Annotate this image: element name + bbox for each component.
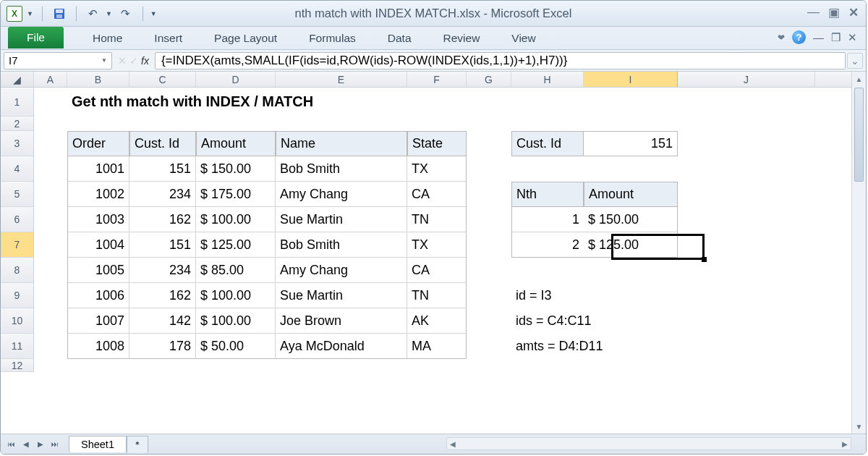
tab-view[interactable]: View <box>495 28 551 49</box>
table-cell[interactable]: 162 <box>129 207 196 232</box>
lookup-n[interactable]: 1 <box>511 207 584 232</box>
col-header[interactable]: E <box>276 72 407 87</box>
table-cell[interactable]: Bob Smith <box>276 232 407 258</box>
workbook-minimize-button[interactable]: ― <box>813 31 824 43</box>
tab-insert[interactable]: Insert <box>138 28 198 49</box>
table-header[interactable]: Amount <box>196 131 276 156</box>
col-header[interactable]: A <box>34 72 67 87</box>
table-cell[interactable]: Sue Martin <box>276 283 407 308</box>
table-cell[interactable]: Amy Chang <box>276 182 407 207</box>
horizontal-scrollbar[interactable]: ◀ ▶ <box>446 437 851 450</box>
undo-caret-icon[interactable]: ▼ <box>106 10 112 17</box>
table-cell[interactable]: Joe Brown <box>276 308 407 334</box>
tab-review[interactable]: Review <box>427 28 496 49</box>
table-cell[interactable]: MA <box>407 334 467 359</box>
table-cell[interactable]: 151 <box>129 156 196 182</box>
table-cell[interactable]: CA <box>407 182 467 207</box>
scroll-up-button[interactable]: ▲ <box>852 72 866 86</box>
table-cell[interactable]: $ 175.00 <box>196 182 276 207</box>
table-cell[interactable]: TX <box>407 156 467 182</box>
table-cell[interactable]: AK <box>407 308 467 334</box>
table-cell[interactable]: $ 125.00 <box>196 232 276 258</box>
new-sheet-button[interactable]: ＊ <box>127 436 148 453</box>
table-header[interactable]: Cust. Id <box>129 131 196 156</box>
col-header[interactable]: B <box>67 72 129 87</box>
lookup-amount[interactable]: $ 150.00 <box>584 207 678 232</box>
table-cell[interactable]: TX <box>407 232 467 258</box>
col-header[interactable]: C <box>129 72 196 87</box>
row-header[interactable]: 5 <box>1 182 34 207</box>
table-cell[interactable]: Amy Chang <box>276 258 407 283</box>
col-header[interactable]: G <box>467 72 511 87</box>
save-button[interactable] <box>51 6 67 22</box>
redo-button[interactable]: ↷ <box>118 6 134 22</box>
scroll-thumb[interactable] <box>854 88 864 182</box>
col-header[interactable]: H <box>511 72 584 87</box>
tab-page-layout[interactable]: Page Layout <box>198 28 293 49</box>
col-header[interactable]: F <box>407 72 467 87</box>
table-cell[interactable]: 1004 <box>67 232 129 258</box>
row-header[interactable]: 3 <box>1 131 34 156</box>
table-cell[interactable]: 1006 <box>67 283 129 308</box>
name-box-caret-icon[interactable]: ▼ <box>101 57 107 64</box>
scroll-left-button[interactable]: ◀ <box>447 440 459 448</box>
excel-icon[interactable]: X <box>7 6 22 22</box>
workbook-close-button[interactable]: ✕ <box>848 31 857 44</box>
lookup-nth-label[interactable]: Nth <box>511 182 584 207</box>
cancel-formula-icon[interactable]: ✕ <box>118 55 127 67</box>
scroll-down-button[interactable]: ▼ <box>852 419 866 434</box>
table-header[interactable]: Name <box>276 131 407 156</box>
table-cell[interactable]: 1007 <box>67 308 129 334</box>
table-cell[interactable]: 151 <box>129 232 196 258</box>
table-cell[interactable]: TN <box>407 207 467 232</box>
table-cell[interactable]: 1002 <box>67 182 129 207</box>
table-cell[interactable]: Sue Martin <box>276 207 407 232</box>
table-cell[interactable]: 234 <box>129 182 196 207</box>
table-cell[interactable]: $ 100.00 <box>196 207 276 232</box>
table-cell[interactable]: Aya McDonald <box>276 334 407 359</box>
active-cell[interactable]: $ 125.00 <box>584 232 678 258</box>
table-cell[interactable]: 1001 <box>67 156 129 182</box>
table-header[interactable]: State <box>407 131 467 156</box>
tab-formulas[interactable]: Formulas <box>293 28 372 49</box>
table-cell[interactable]: 234 <box>129 258 196 283</box>
table-cell[interactable]: 142 <box>129 308 196 334</box>
table-cell[interactable]: TN <box>407 283 467 308</box>
table-cell[interactable]: $ 150.00 <box>196 156 276 182</box>
sheet-nav-prev-icon[interactable]: ◀ <box>20 438 33 451</box>
maximize-button[interactable]: ▣ <box>828 5 840 20</box>
table-cell[interactable]: $ 85.00 <box>196 258 276 283</box>
row-header[interactable]: 7 <box>1 232 34 258</box>
enter-formula-icon[interactable]: ✓ <box>129 55 138 67</box>
expand-formula-bar-button[interactable]: ⌄ <box>847 53 863 69</box>
table-cell[interactable]: 1003 <box>67 207 129 232</box>
lookup-custid-value[interactable]: 151 <box>584 131 678 156</box>
row-header[interactable]: 2 <box>1 117 34 131</box>
tab-data[interactable]: Data <box>372 28 427 49</box>
table-cell[interactable]: $ 50.00 <box>196 334 276 359</box>
row-header[interactable]: 10 <box>1 308 34 334</box>
name-box-input[interactable] <box>9 54 52 67</box>
row-header[interactable]: 6 <box>1 207 34 232</box>
help-icon[interactable]: ? <box>792 30 806 44</box>
minimize-button[interactable]: ― <box>807 5 820 20</box>
table-cell[interactable]: $ 100.00 <box>196 308 276 334</box>
row-header[interactable]: 8 <box>1 258 34 283</box>
formula-input[interactable]: {=INDEX(amts,SMALL(IF(ids=id,ROW(ids)-RO… <box>155 52 846 69</box>
table-header[interactable]: Order <box>67 131 129 156</box>
sheet-nav-last-icon[interactable]: ⏭ <box>48 438 61 451</box>
table-cell[interactable]: CA <box>407 258 467 283</box>
qat-customize-caret-icon[interactable]: ▼ <box>150 10 157 17</box>
name-box[interactable]: ▼ <box>4 52 112 69</box>
row-header[interactable]: 9 <box>1 283 34 308</box>
lookup-amount-label[interactable]: Amount <box>584 182 678 207</box>
table-cell[interactable]: 178 <box>129 334 196 359</box>
row-header[interactable]: 11 <box>1 334 34 359</box>
workbook-restore-button[interactable]: ❐ <box>831 31 841 44</box>
col-header[interactable]: D <box>196 72 276 87</box>
col-header[interactable]: J <box>678 72 815 87</box>
scroll-right-button[interactable]: ▶ <box>839 440 851 448</box>
table-cell[interactable]: 1005 <box>67 258 129 283</box>
table-cell[interactable]: Bob Smith <box>276 156 407 182</box>
qat-menu-caret-icon[interactable]: ▼ <box>27 10 33 17</box>
